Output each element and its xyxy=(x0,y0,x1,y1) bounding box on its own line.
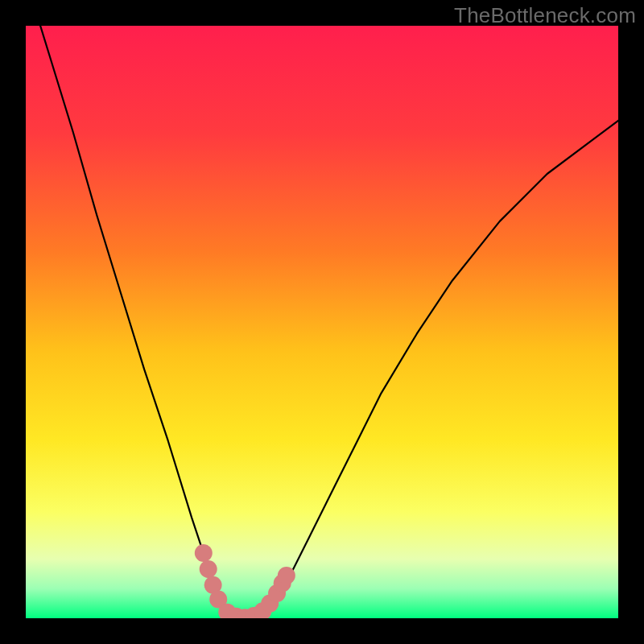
outer-frame: TheBottleneck.com xyxy=(0,0,644,644)
plot-area xyxy=(26,26,618,618)
marker-point xyxy=(195,544,213,562)
watermark-text: TheBottleneck.com xyxy=(454,3,636,28)
bottleneck-chart xyxy=(26,26,618,618)
gradient-background xyxy=(26,26,618,618)
marker-point xyxy=(278,567,295,584)
marker-point xyxy=(200,560,217,578)
